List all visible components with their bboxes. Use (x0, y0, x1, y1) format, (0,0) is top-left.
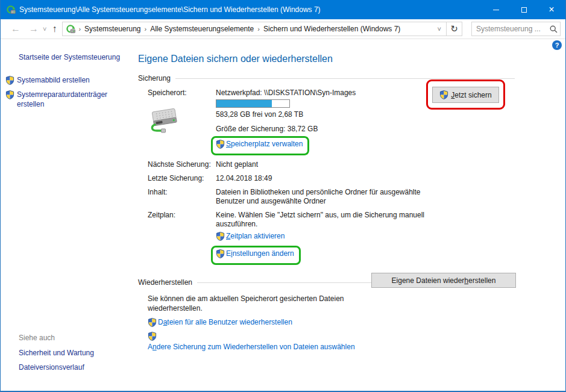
backup-usage-bar (216, 99, 290, 108)
search-input[interactable] (472, 25, 547, 33)
address-dropdown-icon[interactable]: ˅ (433, 25, 446, 33)
sidebar-item-file-history[interactable]: Dateiversionsverlauf (1, 360, 127, 375)
change-settings-annotation: Einstellungen ändern (211, 246, 301, 265)
sidebar-item-create-system-image[interactable]: Systemabbild erstellen (1, 73, 127, 87)
breadcrumb-separator-icon: › (77, 25, 82, 33)
breadcrumb-item-systemsteuerung[interactable]: Systemsteuerung (82, 25, 143, 33)
restore-files-button[interactable]: Eigene Dateien wiederherstellen (371, 273, 516, 288)
location-label: Speicherort: (148, 89, 216, 155)
forward-button[interactable]: → (25, 23, 43, 34)
breadcrumb-item-sichern[interactable]: Sichern und Wiederherstellen (Windows 7) (261, 25, 403, 33)
backup-app-icon (66, 24, 75, 34)
restore-all-users-link[interactable]: Dateien für alle Benutzer wiederherstell… (148, 317, 292, 327)
section-divider (175, 78, 515, 79)
uac-shield-icon (148, 318, 157, 327)
back-button[interactable]: ← (7, 23, 25, 34)
restore-details: Sie können die am aktuellen Speicherort … (148, 294, 565, 352)
restore-description: Sie können die am aktuellen Speicherort … (148, 294, 363, 313)
uac-shield-icon (216, 249, 225, 258)
see-also-section: Siehe auch Sicherheit und Wartung Dateiv… (1, 331, 127, 382)
location-value: Netzwerkpfad: \\DISKSTATION\Syn-Images 5… (216, 89, 436, 155)
refresh-button[interactable]: ↻ (446, 22, 462, 36)
schedule-label: Zeitplan: (148, 211, 216, 265)
maximize-icon (521, 7, 527, 13)
sidebar-item-security-maintenance[interactable]: Sicherheit und Wartung (1, 346, 127, 360)
uac-shield-icon (439, 90, 448, 99)
uac-shield-icon (216, 140, 225, 149)
titlebar: Systemsteuerung\Alle Systemsteuerungsele… (1, 0, 565, 19)
backup-app-icon (6, 5, 16, 14)
breadcrumb-separator-icon: › (143, 25, 148, 33)
uac-shield-icon (5, 90, 14, 99)
recent-pages-dropdown[interactable]: ˅ (43, 25, 49, 33)
free-space-text: 583,28 GB frei von 2,68 TB (216, 110, 436, 119)
backup-usage-bar-fill (216, 100, 272, 107)
last-backup-label: Letzte Sicherung: (148, 174, 216, 183)
next-backup-label: Nächste Sicherung: (148, 160, 216, 169)
backup-size-text: Größe der Sicherung: 38,72 GB (216, 125, 436, 134)
address-bar[interactable]: › Systemsteuerung › Alle Systemsteuerung… (62, 22, 462, 36)
select-other-backup-link[interactable]: Andere Sicherung zum Wiederherstellen vo… (148, 342, 355, 352)
sidebar-item-create-repair-disc[interactable]: Systemreparaturdatenträger erstellen (1, 87, 127, 111)
sidebar-item-label: Systemabbild erstellen (17, 75, 90, 85)
manage-space-link[interactable]: Speicherplatz verwalten (216, 140, 303, 149)
minimize-button[interactable] (482, 0, 510, 19)
navigation-toolbar: ← → ˅ ↑ › Systemsteuerung › Alle Systems… (1, 19, 565, 39)
minimize-icon (493, 10, 499, 10)
backup-section-header: Sicherung (138, 74, 515, 82)
sidebar-item-control-panel-home[interactable]: Startseite der Systemsteuerung (1, 50, 127, 64)
search-icon[interactable] (547, 25, 560, 33)
last-backup-value: 12.04.2018 18:49 (216, 174, 436, 183)
close-icon: × (549, 5, 554, 14)
network-path: Netzwerkpfad: \\DISKSTATION\Syn-Images (216, 89, 436, 98)
schedule-text: Keine. Wählen Sie "Jetzt sichern" aus, u… (216, 211, 436, 229)
window: Systemsteuerung\Alle Systemsteuerungsele… (0, 0, 566, 392)
main-content: ? Eigene Dateien sichern oder wiederhers… (127, 39, 565, 390)
network-drive-icon (150, 106, 216, 136)
search-box (471, 22, 561, 36)
uac-shield-icon (148, 332, 157, 341)
manage-space-annotation: Speicherplatz verwalten (211, 136, 309, 155)
see-also-header: Siehe auch (1, 331, 127, 346)
window-title: Systemsteuerung\Alle Systemsteuerungsele… (19, 5, 482, 14)
sidebar: Startseite der Systemsteuerung Systemabb… (1, 39, 127, 390)
next-backup-value: Nicht geplant (216, 160, 436, 169)
content-value: Dateien in Bibliotheken und persönliche … (216, 188, 436, 206)
up-button[interactable]: ↑ (49, 23, 62, 34)
backup-now-button[interactable]: Jetzt sichern (432, 87, 499, 103)
uac-shield-icon (5, 76, 14, 85)
maximize-button[interactable] (510, 0, 538, 19)
window-controls: × (482, 0, 565, 19)
breadcrumb-item-alle-elemente[interactable]: Alle Systemsteuerungselemente (148, 25, 256, 33)
backup-details: Speicherort: (148, 89, 565, 265)
enable-schedule-link[interactable]: Zeitplan aktivieren (216, 232, 285, 241)
help-button[interactable]: ? (552, 40, 562, 50)
schedule-value: Keine. Wählen Sie "Jetzt sichern" aus, u… (216, 211, 436, 265)
breadcrumb-separator-icon: › (256, 25, 261, 33)
page-title: Eigene Dateien sichern oder wiederherste… (138, 54, 565, 64)
change-settings-link[interactable]: Einstellungen ändern (216, 249, 294, 258)
content-label: Inhalt: (148, 188, 216, 206)
uac-shield-icon (216, 232, 225, 241)
shield-line (148, 332, 565, 342)
close-button[interactable]: × (538, 0, 565, 19)
sidebar-item-label: Systemreparaturdatenträger erstellen (17, 90, 113, 109)
